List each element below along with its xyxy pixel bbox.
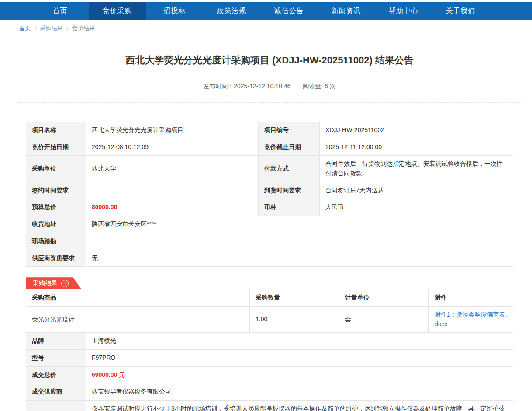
field-label: 收货地址 xyxy=(26,216,86,233)
bid-start-value: 2025-12-08 10:12:09 xyxy=(86,139,259,156)
field-label: 竞价开始日期 xyxy=(26,139,86,156)
brand-value: 上海棱光 xyxy=(86,333,513,350)
table-row: 竞价开始日期 2025-12-08 10:12:09 竞价截止日期 2025-1… xyxy=(26,139,513,156)
deal-price-amount: 69000.00 xyxy=(92,371,117,378)
nav-item-news[interactable]: 新闻资讯 xyxy=(318,2,375,20)
model-value: F97PRO xyxy=(86,349,513,366)
card-body: 项目名称 西北大学荧光分光光度计采购项目 项目编号 XDJJ-HW-202511… xyxy=(17,103,522,411)
payment-method-value: 合同生效后，待货物到达指定地点、安装调试验收合格后，一次性付清合同货款。 xyxy=(320,156,513,182)
attachment-cell: 附件1：货物类响应偏离表.docx xyxy=(429,306,513,332)
quantity-cell: 1.00 xyxy=(250,306,339,332)
table-header-row: 采购商品 采购数量 计量单位 附件 xyxy=(26,289,513,307)
warranty-service-value: 仪器安装调试时应进行不少于3小时的现场培训，受培训人员应能掌握仪器的基本操作及简… xyxy=(86,401,513,411)
product-name-cell: 荧光分光光度计 xyxy=(26,306,250,332)
field-label: 项目名称 xyxy=(26,122,86,139)
deal-price-unit: 元 xyxy=(119,371,125,378)
column-header-unit: 计量单位 xyxy=(339,289,429,307)
column-header-attachment: 附件 xyxy=(429,289,513,307)
breadcrumb-home-link[interactable]: 首页 xyxy=(19,24,31,32)
project-number-value: XDJJ-HW-202511002 xyxy=(320,122,513,139)
nav-item-home[interactable]: 首页 xyxy=(31,2,89,20)
table-row: 预算总价 80000.00 币种 人民币 xyxy=(26,199,513,216)
supplier-qualification-value: 无 xyxy=(86,250,513,267)
procurement-result-badge: 采购结果 1 xyxy=(26,277,82,289)
main-nav: 首页 竞价采购 招投标 政策法规 诚信公告 新闻资讯 帮助中心 关于我们 xyxy=(0,2,532,20)
views-unit: 次 xyxy=(330,83,336,90)
field-label: 付款方式 xyxy=(259,156,320,182)
result-items-table: 采购商品 采购数量 计量单位 附件 荧光分光光度计 1.00 套 附件1：货物类… xyxy=(26,289,513,333)
table-row: 品牌 上海棱光 xyxy=(26,333,513,350)
delivery-time-value: 合同签订后7天内送达 xyxy=(320,182,513,199)
table-row: 成交总价 69000.00 元 xyxy=(26,366,513,383)
field-label: 竞价截止日期 xyxy=(259,139,320,156)
table-row: 项目名称 西北大学荧光分光光度计采购项目 项目编号 XDJJ-HW-202511… xyxy=(26,122,513,139)
nav-item-tendering[interactable]: 招投标 xyxy=(146,2,203,20)
table-row: 成交供应商 西安领导者仪器设备有限公司 xyxy=(26,383,513,401)
breadcrumb-separator: / xyxy=(67,25,69,32)
table-row: 现场踏勘 xyxy=(26,233,513,250)
deal-price-value: 69000.00 元 xyxy=(86,366,513,383)
field-label: 品牌 xyxy=(26,333,86,350)
budget-total-value: 80000.00 xyxy=(86,199,259,216)
purchaser-value: 西北大学 xyxy=(86,156,259,182)
bid-deadline-value: 2025-12-11 12:00:00 xyxy=(320,139,513,156)
views-count: 6 xyxy=(325,83,328,90)
supplier-value: 西安领导者仪器设备有限公司 xyxy=(86,383,513,401)
field-label: 到货时间要求 xyxy=(259,182,320,199)
field-label: 型号 xyxy=(26,349,86,366)
table-row: 型号 F97PRO xyxy=(26,349,513,366)
announcement-card: 西北大学荧光分光光度计采购项目 (XDJJ-HW-202511002) 结果公告… xyxy=(17,37,522,411)
attachment-download-link[interactable]: 附件1：货物类响应偏离表.docx xyxy=(435,311,507,327)
badge-label: 采购结果 xyxy=(33,279,57,287)
field-label: 项目编号 xyxy=(259,122,320,139)
field-label: 成交供应商 xyxy=(26,383,86,401)
site-survey-value xyxy=(86,233,513,250)
field-label: 质保及售后服务 xyxy=(26,401,86,411)
field-label: 现场踏勘 xyxy=(26,233,86,250)
table-row: 收货地址 陕西省西安市长安区**** xyxy=(26,216,513,233)
field-label: 采购单位 xyxy=(26,156,86,182)
field-label: 成交总价 xyxy=(26,366,86,383)
currency-value: 人民币 xyxy=(320,199,513,216)
nav-item-integrity-notices[interactable]: 诚信公告 xyxy=(260,2,318,20)
field-label: 币种 xyxy=(259,199,320,216)
table-row: 签约时间要求 到货时间要求 合同签订后7天内送达 xyxy=(26,182,513,199)
table-row: 质保及售后服务 仪器安装调试时应进行不少于3小时的现场培训，受培训人员应能掌握仪… xyxy=(26,401,513,411)
field-label: 供应商资质要求 xyxy=(26,250,86,267)
signing-time-value xyxy=(86,182,259,199)
column-header-product: 采购商品 xyxy=(26,289,250,307)
views-label: 阅读量: xyxy=(303,83,323,90)
result-details-table: 品牌 上海棱光 型号 F97PRO 成交总价 69000.00 元 成交供应商 … xyxy=(26,332,513,411)
nav-item-policies[interactable]: 政策法规 xyxy=(203,2,260,20)
project-info-table: 项目名称 西北大学荧光分光光度计采购项目 项目编号 XDJJ-HW-202511… xyxy=(26,122,513,267)
unit-cell: 套 xyxy=(339,306,429,332)
page-title: 西北大学荧光分光光度计采购项目 (XDJJ-HW-202511002) 结果公告 xyxy=(17,37,522,67)
publish-time-value: 2025-12-12 10:10:46 xyxy=(234,83,290,90)
column-header-quantity: 采购数量 xyxy=(250,289,339,307)
nav-item-help-center[interactable]: 帮助中心 xyxy=(375,2,432,20)
project-name-value: 西北大学荧光分光光度计采购项目 xyxy=(86,122,259,139)
table-row: 供应商资质要求 无 xyxy=(26,250,513,267)
field-label: 签约时间要求 xyxy=(26,182,86,199)
nav-item-about-us[interactable]: 关于我们 xyxy=(432,2,489,20)
badge-count: 1 xyxy=(61,280,69,287)
breadcrumb-procurement-results-link[interactable]: 采购结果 xyxy=(40,24,63,32)
field-label: 预算总价 xyxy=(26,199,86,216)
breadcrumb-separator: / xyxy=(35,25,36,32)
table-row: 荧光分光光度计 1.00 套 附件1：货物类响应偏离表.docx xyxy=(26,306,513,332)
delivery-address-value: 陕西省西安市长安区**** xyxy=(86,216,513,233)
breadcrumb-current-page: 竞价结果 xyxy=(72,24,95,32)
table-row: 采购单位 西北大学 付款方式 合同生效后，待货物到达指定地点、安装调试验收合格后… xyxy=(26,156,513,182)
nav-item-bidding-procurement[interactable]: 竞价采购 xyxy=(89,2,146,20)
breadcrumb: 首页 / 采购结果 / 竞价结果 xyxy=(0,20,532,37)
article-meta: 发布时间：2025-12-12 10:10:46阅读量: 6 次 xyxy=(17,83,522,91)
publish-time-label: 发布时间： xyxy=(203,83,234,90)
